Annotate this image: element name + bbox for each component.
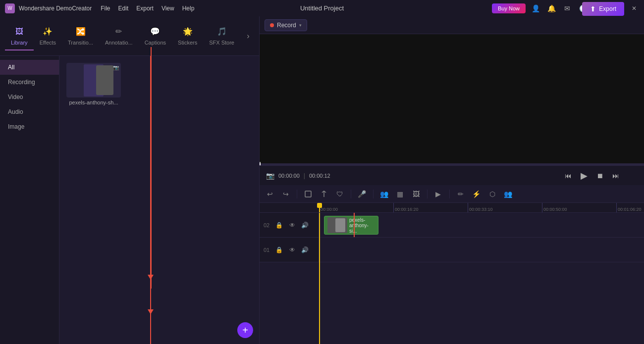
timeline-toolbar: ↩ ↪ 🛡 🎤 👥 ▦ 🖼 ▶ ✏ ⚡ ⬡ 👥 ⊞ (260, 185, 644, 203)
record-dot (270, 23, 274, 27)
tab-stickers[interactable]: 🌟 Stickers (172, 22, 203, 50)
playhead-top (317, 203, 322, 208)
stop-button[interactable]: ⏹ (594, 170, 606, 182)
redo-button[interactable]: ↪ (279, 188, 292, 200)
people-button[interactable]: 👥 (378, 188, 391, 200)
fast-forward-button[interactable]: ⏭ (610, 170, 622, 182)
center-panel: Record ▾ (260, 16, 644, 344)
media-item[interactable]: 📷 pexels-anthony-sh... (66, 63, 121, 105)
lib-all[interactable]: All (0, 60, 59, 75)
track-row-02: 02 🔒 👁 🔊 pexels-anthony-si... (260, 213, 644, 238)
export-icon: ⬆ (590, 5, 596, 13)
ruler-tick-0: 00:00:00 (319, 203, 393, 213)
export-button[interactable]: ⬆ Export (582, 2, 624, 16)
lib-image[interactable]: Image (0, 119, 59, 134)
tab-annotations[interactable]: ✏ Annotatio... (99, 22, 139, 50)
lib-recording[interactable]: Recording (0, 75, 59, 90)
transitions-tab-icon: 🔀 (75, 26, 87, 38)
time-separator: | (304, 172, 305, 179)
buy-now-button[interactable]: Buy Now (492, 3, 526, 13)
mask-button[interactable]: ⬡ (486, 188, 499, 200)
track-eye-icon-01[interactable]: 👁 (287, 245, 297, 255)
menu-edit[interactable]: Edit (118, 5, 129, 12)
tab-stickers-label: Stickers (178, 40, 197, 46)
annotation-button[interactable]: ✏ (454, 188, 467, 200)
group-button[interactable]: 👥 (502, 188, 515, 200)
progress-knob[interactable] (260, 162, 261, 165)
library-tab-icon: 🖼 (13, 26, 25, 38)
export-button-wrapper: ⬆ Export (582, 2, 624, 16)
ruler-tick-4: 00:01:06:20 (616, 203, 644, 213)
preview-black-area (260, 34, 644, 165)
media-thumbnail: 📷 (66, 63, 121, 98)
drag-line (150, 56, 151, 344)
undo-button[interactable]: ↩ (264, 188, 276, 200)
record-button[interactable]: Record ▾ (265, 19, 307, 31)
mic-button[interactable]: 🎤 (356, 188, 369, 200)
menu-export[interactable]: Export (136, 5, 154, 12)
preview-controls: 📷 00:00:00 | 00:00:12 ⏮ ▶ ⏹ ⏭ 🔊 🔁 Fit (260, 165, 644, 185)
track-volume-icon[interactable]: 🔊 (300, 220, 310, 230)
lib-video[interactable]: Video (0, 90, 59, 104)
record-dropdown-arrow: ▾ (299, 23, 302, 28)
tab-effects[interactable]: ✨ Effects (34, 22, 62, 50)
track-row-01: 01 🔒 👁 🔊 (260, 238, 644, 262)
track-number-02: 02 (264, 222, 271, 228)
play-clip-button[interactable]: ▶ (432, 188, 445, 200)
menu-bar: File Edit Export View Help (101, 5, 194, 12)
menu-help[interactable]: Help (182, 5, 195, 12)
lib-audio[interactable]: Audio (0, 104, 59, 119)
speed-button[interactable]: ⚡ (470, 188, 483, 200)
playhead-ruler (319, 203, 320, 212)
captions-tab-icon: 💬 (149, 26, 161, 38)
clip-block[interactable]: pexels-anthony-si... (324, 216, 378, 235)
crop-button[interactable] (302, 188, 315, 200)
playback-progress-bar[interactable] (260, 163, 644, 165)
track-lock-icon[interactable]: 🔒 (274, 220, 284, 230)
tab-captions[interactable]: 💬 Captions (139, 22, 172, 50)
tab-library[interactable]: 🖼 Library (5, 22, 34, 50)
ruler-tick-3: 00:00:50:00 (542, 203, 616, 213)
bars-button[interactable]: ▦ (394, 188, 407, 200)
play-button[interactable]: ▶ (578, 170, 590, 182)
rewind-button[interactable]: ⏮ (562, 170, 574, 182)
track-number-01: 01 (264, 247, 271, 253)
media-thumb-person (96, 65, 113, 95)
drag-arrow-head (148, 309, 154, 314)
app-name: Wondershare DemoCreator (19, 5, 92, 12)
total-time: 00:00:12 (309, 173, 330, 179)
clip-thumbnail (327, 217, 347, 233)
add-media-button[interactable]: + (237, 322, 253, 338)
app-logo: W (5, 3, 15, 13)
track-label-02: 02 🔒 👁 🔊 (260, 213, 319, 237)
preview-topbar: Record ▾ (260, 16, 644, 34)
library-content: 📷 pexels-anthony-sh... + (59, 56, 259, 344)
track-lock-icon-01[interactable]: 🔒 (274, 245, 284, 255)
clip-label: pexels-anthony-si... (349, 217, 375, 234)
tab-sfxstore[interactable]: 🎵 SFX Store (203, 22, 240, 50)
toolbar-separator-4 (427, 190, 428, 198)
notifications-icon[interactable]: 🔔 (545, 2, 557, 14)
shield-button[interactable]: 🛡 (333, 188, 346, 200)
track-volume-icon-01[interactable]: 🔊 (300, 245, 310, 255)
menu-view[interactable]: View (161, 5, 174, 12)
more-tabs-button[interactable]: › (242, 30, 254, 42)
mail-icon[interactable]: ✉ (561, 2, 573, 14)
svg-rect-0 (305, 191, 311, 197)
toolbar-separator-3 (373, 190, 374, 198)
close-button[interactable]: ✕ (629, 3, 639, 13)
track-eye-icon[interactable]: 👁 (287, 220, 297, 230)
stickers-tab-icon: 🌟 (182, 26, 194, 38)
camera-icon: 📷 (113, 65, 119, 70)
image-button[interactable]: 🖼 (410, 188, 423, 200)
ruler-ticks: 00:00:00 00:00:16:20 00:00:33:10 00:00:5… (319, 203, 644, 212)
tab-transitions[interactable]: 🔀 Transitio... (62, 22, 99, 50)
current-time: 00:00:00 (278, 173, 300, 179)
screenshot-button[interactable]: 📷 (265, 170, 276, 182)
split-button[interactable] (318, 188, 330, 200)
export-label: Export (599, 5, 616, 12)
menu-file[interactable]: File (101, 5, 110, 12)
titlebar-left: W Wondershare DemoCreator File Edit Expo… (5, 3, 194, 13)
user-icon[interactable]: 👤 (530, 2, 541, 14)
timeline-tracks: 02 🔒 👁 🔊 pexels-anthony-si... (260, 213, 644, 344)
